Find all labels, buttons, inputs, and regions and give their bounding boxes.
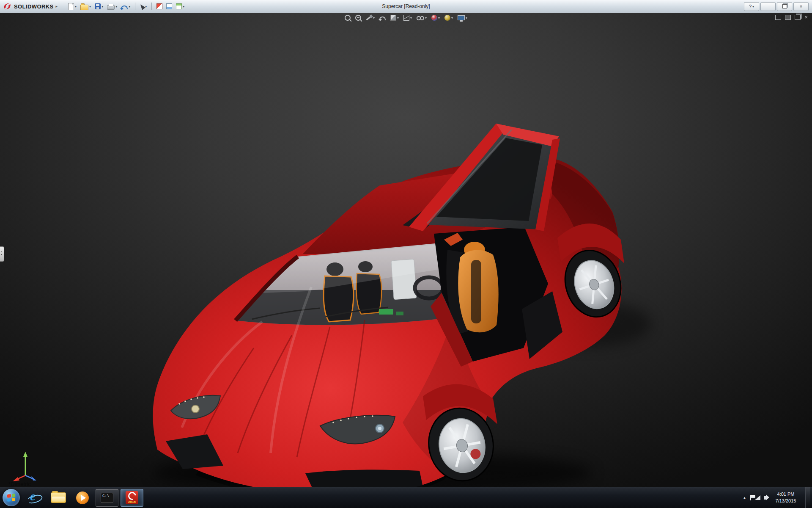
section-view-icon xyxy=(366,15,372,20)
help-button[interactable]: ?▾ xyxy=(744,2,759,11)
view-settings-icon xyxy=(458,15,465,20)
solidworks-year-badge: 2015 xyxy=(128,500,136,504)
dropdown-caret[interactable]: ▾ xyxy=(89,5,91,8)
folder-icon xyxy=(51,492,66,503)
feature-manager-handle[interactable] xyxy=(0,246,4,262)
new-document-icon xyxy=(68,3,74,10)
select-cursor-icon xyxy=(139,3,145,10)
taskbar: e C:\ 2015 ▲ 4:01 PM 7/13/2015 xyxy=(0,487,812,508)
undo-icon xyxy=(121,6,128,9)
view-orientation-label: *Dimetric xyxy=(8,481,31,487)
previous-view-button[interactable] xyxy=(379,15,386,20)
command-prompt-icon: C:\ xyxy=(101,493,113,503)
heads-up-view-toolbar: ▾ ▾ ▾ ▾ ▾ ▾ ▾ xyxy=(345,15,467,21)
dropdown-caret[interactable]: ▾ xyxy=(102,5,103,8)
doc-close-icon[interactable]: × xyxy=(804,15,808,19)
command-prompt-button[interactable]: C:\ xyxy=(96,489,118,507)
dropdown-caret[interactable]: ▾ xyxy=(397,16,399,20)
start-button[interactable] xyxy=(3,489,20,506)
open-icon xyxy=(80,5,88,10)
xpress-tools-button[interactable] xyxy=(155,3,164,10)
minimize-button[interactable]: – xyxy=(760,2,776,11)
minimize-icon: – xyxy=(767,4,769,9)
orientation-triad xyxy=(11,448,41,482)
edit-appearance-icon xyxy=(431,15,437,21)
doc-new-window-icon[interactable] xyxy=(775,15,781,20)
new-document-button[interactable]: ▾ xyxy=(67,2,78,11)
viewport[interactable]: ▾ ▾ ▾ ▾ ▾ ▾ ▾ × *Dimetric xyxy=(0,13,812,487)
display-style-button[interactable]: ▾ xyxy=(403,15,412,21)
open-button[interactable]: ▾ xyxy=(79,2,92,11)
dropdown-caret[interactable]: ▾ xyxy=(373,16,375,20)
options-button[interactable]: ▾ xyxy=(175,3,186,10)
dropdown-caret[interactable]: ▾ xyxy=(438,16,440,20)
file-properties-button[interactable] xyxy=(165,3,173,10)
show-hidden-icons-button[interactable]: ▲ xyxy=(743,496,746,500)
toolbar-separator xyxy=(135,3,135,10)
zoom-area-button[interactable] xyxy=(355,15,361,21)
file-properties-icon xyxy=(166,3,172,9)
dropdown-caret[interactable]: ▾ xyxy=(145,5,147,8)
taskbar-apps: e C:\ 2015 xyxy=(23,487,143,508)
restore-button[interactable] xyxy=(777,2,792,11)
save-button[interactable]: ▾ xyxy=(93,3,104,10)
media-player-button[interactable] xyxy=(71,489,93,506)
zoom-fit-button[interactable] xyxy=(345,15,351,21)
windows-flag-icon xyxy=(7,494,15,502)
dropdown-caret[interactable]: ▾ xyxy=(75,5,77,8)
internet-explorer-icon: e xyxy=(27,491,41,505)
view-settings-button[interactable]: ▾ xyxy=(458,15,467,20)
view-orientation-icon xyxy=(390,15,396,21)
dropdown-caret[interactable]: ▾ xyxy=(115,5,117,8)
apply-scene-icon xyxy=(444,15,450,21)
car-model-render[interactable] xyxy=(0,13,812,487)
internet-explorer-button[interactable]: e xyxy=(23,489,45,506)
action-center-icon[interactable] xyxy=(750,495,751,500)
toolbar-separator xyxy=(151,3,152,10)
window-title: Supercar [Read-only] xyxy=(382,0,430,13)
dropdown-caret[interactable]: ▾ xyxy=(129,5,130,8)
dropdown-caret[interactable]: ▾ xyxy=(425,16,427,20)
hide-show-items-button[interactable]: ▾ xyxy=(417,16,427,20)
options-table-icon xyxy=(176,3,182,9)
solidworks-app-icon: 2015 xyxy=(126,491,138,504)
clock-date: 7/13/2015 xyxy=(773,498,799,504)
print-icon xyxy=(107,5,115,10)
system-tray: ▲ 4:01 PM 7/13/2015 xyxy=(743,487,812,508)
brand-text: SOLIDWORKS xyxy=(14,3,54,10)
solidworks-menu[interactable]: SOLIDWORKS ▸ xyxy=(0,2,61,11)
edit-appearance-button[interactable]: ▾ xyxy=(431,15,440,21)
menu-bar: SOLIDWORKS ▸ ▾ ▾ ▾ ▾ ▾ ▾ ▾ Supercar [Rea… xyxy=(0,0,812,13)
window-controls: ?▾ – × xyxy=(744,2,812,11)
dropdown-caret[interactable]: ▾ xyxy=(752,5,754,8)
previous-view-icon xyxy=(379,17,386,20)
undo-button[interactable]: ▾ xyxy=(120,3,132,10)
windows-explorer-button[interactable] xyxy=(47,489,69,506)
show-desktop-button[interactable] xyxy=(805,487,810,508)
media-player-icon xyxy=(76,491,89,504)
dropdown-caret[interactable]: ▾ xyxy=(466,16,467,20)
xpress-tools-icon xyxy=(156,3,162,9)
display-style-icon xyxy=(403,15,409,21)
section-view-button[interactable]: ▾ xyxy=(366,16,375,20)
apply-scene-button[interactable]: ▾ xyxy=(444,15,453,21)
restore-icon xyxy=(782,4,787,8)
view-orientation-button[interactable]: ▾ xyxy=(390,15,399,21)
close-button[interactable]: × xyxy=(793,2,809,11)
dropdown-caret[interactable]: ▾ xyxy=(451,16,453,20)
print-button[interactable]: ▾ xyxy=(106,3,118,11)
network-icon[interactable] xyxy=(755,495,760,500)
menu-flyout-icon[interactable]: ▸ xyxy=(56,4,58,8)
taskbar-clock[interactable]: 4:01 PM 7/13/2015 xyxy=(773,491,799,504)
zoom-fit-icon xyxy=(345,15,351,21)
doc-restore-icon[interactable] xyxy=(795,15,801,20)
help-icon: ? xyxy=(749,4,752,9)
volume-icon[interactable] xyxy=(764,496,766,500)
close-icon: × xyxy=(800,4,802,9)
solidworks-taskbar-button[interactable]: 2015 xyxy=(121,489,143,507)
dropdown-caret[interactable]: ▾ xyxy=(410,16,412,20)
quick-toolbar: ▾ ▾ ▾ ▾ ▾ ▾ ▾ xyxy=(67,2,186,11)
dropdown-caret[interactable]: ▾ xyxy=(183,5,184,8)
doc-minimize-icon[interactable] xyxy=(785,15,791,20)
select-button[interactable]: ▾ xyxy=(139,3,148,10)
